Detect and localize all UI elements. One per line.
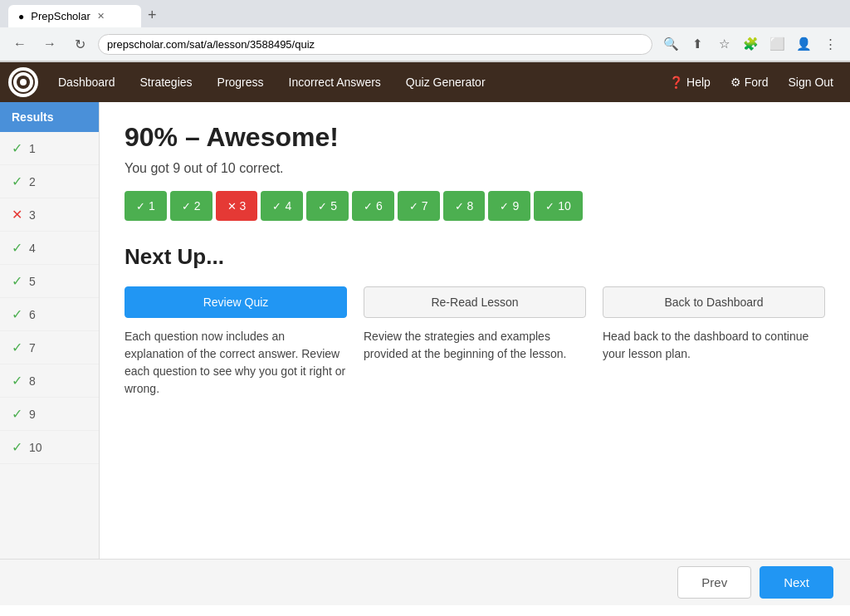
back-button[interactable]: ← — [8, 32, 32, 56]
check-icon-2: ✓ — [12, 174, 22, 189]
footer: Prev Next — [0, 559, 850, 605]
next-up-title: Next Up... — [125, 244, 825, 270]
tab-bar: ● PrepScholar ✕ + — [0, 0, 850, 27]
review-quiz-desc: Each question now includes an explanatio… — [125, 328, 347, 398]
check-icon-6: ✓ — [12, 306, 22, 322]
tab-close-button[interactable]: ✕ — [97, 11, 105, 22]
nav-right: ❓ Help ⚙ Ford Sign Out — [661, 69, 842, 95]
nav-help[interactable]: ❓ Help — [661, 69, 719, 95]
sidebar-item-9[interactable]: ✓ 9 — [0, 398, 99, 431]
next-up-card-dashboard: Back to Dashboard Head back to the dashb… — [603, 286, 825, 398]
q-btn-10[interactable]: ✓10 — [534, 191, 583, 221]
check-icon: ✓ — [364, 200, 373, 213]
sidebar-item-4[interactable]: ✓ 4 — [0, 232, 99, 265]
check-icon: ✓ — [136, 200, 145, 213]
check-icon: ✓ — [272, 200, 281, 213]
result-title: 90% – Awesome! — [125, 122, 825, 153]
nav-item-progress[interactable]: Progress — [206, 69, 276, 95]
bookmark-icon[interactable]: ☆ — [712, 32, 735, 56]
q-btn-1[interactable]: ✓1 — [125, 191, 167, 221]
cross-icon-3: ✕ — [12, 207, 22, 222]
sidebar-num-4: 4 — [29, 242, 36, 255]
browser-chrome: ● PrepScholar ✕ + ← → ↻ 🔍 ⬆ ☆ 🧩 ⬜ 👤 ⋮ — [0, 0, 850, 62]
result-subtitle: You got 9 out of 10 correct. — [125, 161, 825, 176]
q-btn-5[interactable]: ✓5 — [306, 191, 349, 221]
profile-icon[interactable]: 👤 — [792, 32, 815, 56]
main-content: Results ✓ 1 ✓ 2 ✕ 3 ✓ 4 ✓ 5 ✓ — [0, 102, 850, 559]
sidebar: Results ✓ 1 ✓ 2 ✕ 3 ✓ 4 ✓ 5 ✓ — [0, 102, 100, 559]
reread-lesson-desc: Review the strategies and examples provi… — [364, 328, 586, 363]
nav-sign-out[interactable]: Sign Out — [780, 69, 842, 95]
reread-lesson-button[interactable]: Re-Read Lesson — [364, 286, 586, 318]
q-btn-9[interactable]: ✓9 — [488, 191, 530, 221]
content-area: 90% – Awesome! You got 9 out of 10 corre… — [100, 102, 850, 559]
logo-icon — [12, 71, 35, 94]
review-quiz-button[interactable]: Review Quiz — [125, 286, 347, 318]
q-btn-3[interactable]: ✕3 — [216, 191, 258, 221]
cross-icon: ✕ — [227, 200, 237, 213]
check-icon: ✓ — [545, 200, 554, 213]
extensions-icon[interactable]: 🧩 — [739, 32, 762, 56]
app-nav: Dashboard Strategies Progress Incorrect … — [0, 62, 850, 102]
nav-item-dashboard[interactable]: Dashboard — [46, 69, 127, 95]
q-btn-8[interactable]: ✓8 — [443, 191, 486, 221]
q-btn-7[interactable]: ✓7 — [398, 191, 440, 221]
next-up-grid: Review Quiz Each question now includes a… — [125, 286, 825, 398]
nav-ford[interactable]: ⚙ Ford — [722, 69, 777, 95]
check-icon-7: ✓ — [12, 340, 22, 355]
sidebar-item-3[interactable]: ✕ 3 — [0, 198, 99, 232]
reload-button[interactable]: ↻ — [68, 32, 91, 56]
question-grid: ✓1 ✓2 ✕3 ✓4 ✓5 ✓6 ✓7 ✓8 ✓9 ✓10 — [125, 191, 825, 221]
check-icon-4: ✓ — [12, 240, 22, 256]
nav-item-quiz-generator[interactable]: Quiz Generator — [394, 69, 497, 95]
sidebar-item-7[interactable]: ✓ 7 — [0, 331, 99, 364]
sidebar-num-9: 9 — [29, 408, 36, 421]
sidebar-item-10[interactable]: ✓ 10 — [0, 431, 99, 464]
sidebar-item-5[interactable]: ✓ 5 — [0, 265, 99, 298]
check-icon-1: ✓ — [12, 140, 22, 156]
next-up-card-review: Review Quiz Each question now includes a… — [125, 286, 347, 398]
active-tab: ● PrepScholar ✕ — [8, 5, 141, 27]
sidebar-item-6[interactable]: ✓ 6 — [0, 298, 99, 331]
nav-logo — [8, 67, 38, 97]
search-icon[interactable]: 🔍 — [659, 32, 682, 56]
share-icon[interactable]: ⬆ — [686, 32, 709, 56]
prev-button[interactable]: Prev — [677, 566, 751, 599]
sidebar-results-label: Results — [0, 102, 99, 132]
back-to-dashboard-button[interactable]: Back to Dashboard — [603, 286, 825, 318]
forward-button[interactable]: → — [38, 32, 61, 56]
next-up-card-reread: Re-Read Lesson Review the strategies and… — [364, 286, 586, 398]
check-icon: ✓ — [455, 200, 464, 213]
address-bar: ← → ↻ 🔍 ⬆ ☆ 🧩 ⬜ 👤 ⋮ — [0, 27, 850, 61]
sidebar-item-2[interactable]: ✓ 2 — [0, 165, 99, 198]
sidebar-num-7: 7 — [29, 341, 36, 354]
sidebar-num-1: 1 — [29, 142, 36, 155]
sidebar-item-8[interactable]: ✓ 8 — [0, 364, 99, 398]
url-input[interactable] — [98, 34, 652, 55]
back-to-dashboard-desc: Head back to the dashboard to continue y… — [603, 328, 825, 363]
nav-item-strategies[interactable]: Strategies — [129, 69, 204, 95]
sidebar-item-1[interactable]: ✓ 1 — [0, 132, 99, 165]
check-icon-5: ✓ — [12, 273, 22, 289]
tab-group-icon[interactable]: ⬜ — [765, 32, 789, 56]
sidebar-num-10: 10 — [29, 441, 42, 454]
svg-point-2 — [20, 79, 27, 86]
check-icon-9: ✓ — [12, 406, 22, 422]
nav-items: Dashboard Strategies Progress Incorrect … — [46, 69, 661, 95]
sidebar-num-2: 2 — [29, 175, 36, 188]
check-icon-8: ✓ — [12, 373, 22, 389]
check-icon: ✓ — [409, 200, 418, 213]
q-btn-6[interactable]: ✓6 — [352, 191, 394, 221]
nav-item-incorrect-answers[interactable]: Incorrect Answers — [277, 69, 393, 95]
next-button[interactable]: Next — [760, 566, 833, 599]
check-icon: ✓ — [318, 200, 327, 213]
sidebar-num-5: 5 — [29, 275, 36, 288]
menu-icon[interactable]: ⋮ — [818, 32, 842, 56]
q-btn-2[interactable]: ✓2 — [170, 191, 212, 221]
check-icon: ✓ — [500, 200, 509, 213]
browser-icons: 🔍 ⬆ ☆ 🧩 ⬜ 👤 ⋮ — [659, 32, 842, 56]
new-tab-button[interactable]: + — [141, 3, 164, 27]
tab-title: PrepScholar — [31, 10, 90, 22]
check-icon-10: ✓ — [12, 439, 22, 455]
q-btn-4[interactable]: ✓4 — [261, 191, 303, 221]
